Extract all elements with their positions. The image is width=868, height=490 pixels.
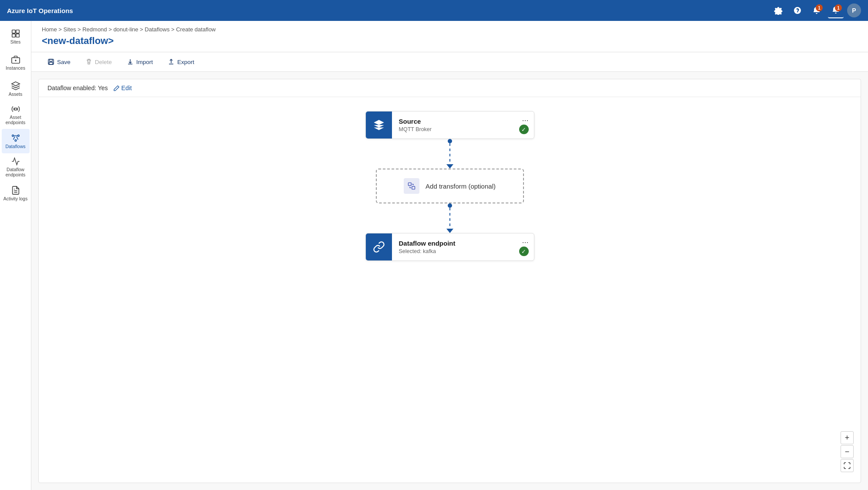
main-layout: Sites Instances Assets	[0, 21, 868, 490]
svg-rect-2	[12, 34, 15, 37]
dataflow-status-bar: Dataflow enabled: Yes Edit	[39, 79, 861, 97]
transform-icon	[404, 178, 419, 194]
svg-point-7	[14, 108, 17, 110]
sidebar-item-dataflow-endpoints[interactable]: Dataflow endpoints	[2, 155, 30, 179]
content-area: Home > Sites > Redmond > donut-line > Da…	[31, 21, 868, 490]
destination-status-check: ✓	[519, 247, 529, 256]
sidebar-item-asset-endpoints[interactable]: Asset endpoints	[2, 103, 30, 127]
fit-icon	[843, 462, 851, 470]
dashed-line-2	[449, 208, 450, 229]
sidebar-label-dataflows: Dataflows	[5, 144, 25, 149]
connector-dot-1	[448, 139, 452, 143]
sidebar-item-activity-logs[interactable]: Activity logs	[2, 181, 30, 206]
source-status-check: ✓	[519, 125, 529, 134]
sidebar: Sites Instances Assets	[0, 21, 31, 490]
destination-subtitle: Selected: kafka	[399, 248, 527, 254]
connector-2	[446, 203, 453, 233]
import-icon	[127, 58, 134, 65]
top-nav-right: 1 1 P	[770, 3, 861, 18]
destination-title: Dataflow endpoint	[399, 240, 527, 247]
svg-rect-1	[16, 30, 19, 33]
arrow-1	[446, 164, 453, 169]
export-label: Export	[177, 59, 194, 65]
zoom-in-button[interactable]: +	[841, 431, 854, 444]
asset-endpoints-icon	[11, 105, 20, 114]
delete-icon	[85, 58, 92, 65]
zoom-fit-button[interactable]	[841, 459, 854, 472]
save-button[interactable]: Save	[42, 56, 76, 68]
notification-button-2[interactable]: 1	[828, 3, 844, 18]
destination-icon-panel	[366, 233, 392, 260]
destination-content: Dataflow endpoint Selected: kafka	[392, 233, 534, 260]
settings-button[interactable]	[770, 3, 786, 18]
source-subtitle: MQTT Broker	[399, 126, 527, 132]
delete-label: Delete	[95, 59, 112, 65]
zoom-controls: + −	[841, 431, 854, 472]
svg-rect-19	[409, 183, 412, 186]
toolbar: Save Delete Import	[31, 52, 868, 72]
source-menu-button[interactable]: ···	[522, 116, 528, 125]
sidebar-label-sites: Sites	[10, 39, 20, 45]
svg-point-8	[12, 135, 14, 136]
sidebar-label-dataflow-endpoints: Dataflow endpoints	[3, 167, 28, 178]
destination-node[interactable]: Dataflow endpoint Selected: kafka ··· ✓	[365, 233, 534, 261]
sidebar-item-dataflows[interactable]: Dataflows	[2, 129, 30, 153]
export-button[interactable]: Export	[162, 56, 200, 68]
canvas-area: Dataflow enabled: Yes Edit	[38, 79, 861, 483]
svg-rect-14	[50, 59, 52, 61]
sidebar-label-assets: Assets	[9, 91, 23, 97]
destination-status: ✓	[519, 247, 529, 256]
source-icon-panel	[366, 112, 392, 139]
svg-point-9	[17, 135, 19, 136]
delete-button[interactable]: Delete	[80, 56, 118, 68]
svg-rect-3	[16, 34, 19, 37]
export-icon	[168, 58, 175, 65]
source-node[interactable]: Source MQTT Broker ··· ✓	[365, 111, 534, 139]
destination-menu-button[interactable]: ···	[522, 238, 528, 247]
dataflow-endpoints-icon	[11, 157, 20, 166]
source-title: Source	[399, 118, 527, 125]
pencil-icon	[113, 85, 120, 91]
sidebar-item-instances[interactable]: Instances	[2, 51, 30, 75]
dashed-line-1	[449, 143, 450, 164]
arrow-2	[446, 229, 453, 233]
save-label: Save	[57, 59, 71, 65]
breadcrumb: Home > Sites > Redmond > donut-line > Da…	[42, 26, 858, 33]
badge-1: 1	[816, 4, 823, 11]
assets-icon	[11, 81, 20, 91]
destination-link-icon	[373, 241, 385, 253]
top-nav: Azure IoT Operations 1 1 P	[0, 0, 868, 21]
import-button[interactable]: Import	[121, 56, 159, 68]
connector-1	[446, 139, 453, 169]
svg-rect-0	[12, 30, 15, 33]
help-button[interactable]	[790, 3, 805, 18]
instances-icon	[11, 55, 20, 64]
zoom-out-button[interactable]: −	[841, 445, 854, 458]
source-cube-icon	[373, 119, 385, 131]
svg-rect-15	[49, 62, 53, 64]
notification-button-1[interactable]: 1	[809, 3, 824, 18]
transform-label: Add transform (optional)	[426, 182, 496, 190]
edit-button[interactable]: Edit	[113, 84, 132, 91]
transform-node[interactable]: Add transform (optional)	[376, 169, 524, 203]
sidebar-label-instances: Instances	[6, 65, 25, 71]
svg-rect-20	[412, 186, 415, 189]
activity-logs-icon	[11, 186, 20, 195]
page-title: <new-dataflow>	[42, 35, 858, 52]
avatar[interactable]: P	[847, 3, 861, 17]
app-title: Azure IoT Operations	[7, 7, 73, 14]
svg-point-10	[15, 139, 17, 141]
sites-icon	[11, 29, 20, 38]
sidebar-item-assets[interactable]: Assets	[2, 77, 30, 101]
dataflow-status: Dataflow enabled: Yes	[47, 84, 108, 91]
save-icon	[47, 58, 54, 65]
import-label: Import	[136, 59, 153, 65]
connector-dot-2	[448, 203, 452, 208]
sidebar-item-sites[interactable]: Sites	[2, 24, 30, 49]
dataflows-icon	[11, 133, 20, 143]
flow-canvas: Source MQTT Broker ··· ✓	[39, 97, 861, 275]
sidebar-label-asset-endpoints: Asset endpoints	[3, 115, 28, 125]
badge-2: 1	[835, 4, 842, 11]
help-icon	[793, 6, 802, 15]
edit-label: Edit	[122, 84, 132, 91]
